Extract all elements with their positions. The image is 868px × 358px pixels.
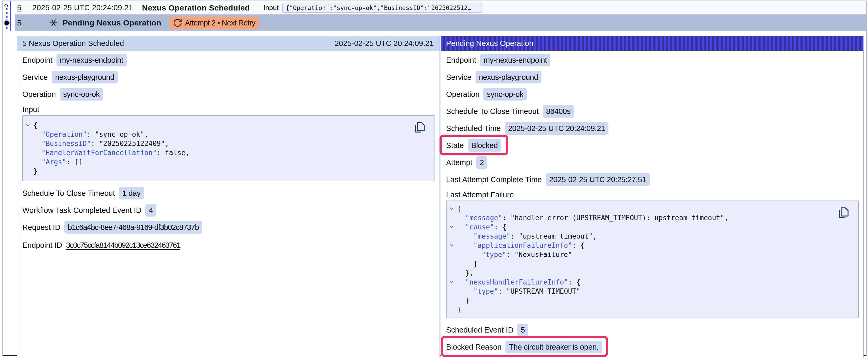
field-pending-endpoint-value: my-nexus-endpoint [480, 54, 551, 66]
right-panel-header: Pending Nexus Operation [441, 36, 863, 51]
event-rows: 5 2025-02-25 UTC 20:24:09.21 Nexus Opera… [15, 1, 866, 31]
field-operation-value: sync-op-ok [60, 88, 103, 100]
event-row-nexus-operation-scheduled[interactable]: 5 2025-02-25 UTC 20:24:09.21 Nexus Opera… [15, 1, 866, 14]
json-text-token: : "handler error (UPSTREAM_TIMEOUT): ups… [502, 214, 728, 222]
json-code-text: } [457, 296, 469, 305]
json-code-text: } [457, 259, 477, 268]
field-pending-service-label: Service [446, 73, 471, 82]
field-attempt-label: Attempt [446, 158, 472, 167]
json-code-line: "applicationFailureInfo": { [450, 241, 852, 250]
collapse-chevron-icon[interactable] [450, 204, 454, 214]
field-blocked-reason-label: Blocked Reason [446, 343, 501, 352]
chevron-spacer [450, 268, 454, 278]
json-code-text: "type": "UPSTREAM_TIMEOUT" [457, 287, 580, 296]
collapse-chevron-icon[interactable] [26, 121, 30, 130]
last-attempt-failure-label: Last Attempt Failure [446, 190, 859, 199]
field-state: State Blocked [446, 139, 859, 152]
failure-copy-icon[interactable] [838, 206, 849, 218]
timeline-hollow-circle[interactable] [4, 4, 8, 7]
chevron-spacer [26, 130, 30, 139]
left-panel-header: 5 Nexus Operation Scheduled 2025-02-25 U… [17, 36, 439, 51]
field-endpoint-label: Endpoint [22, 56, 53, 65]
field-scheduled-event-id-value: 5 [517, 324, 528, 336]
copy-icon[interactable] [414, 121, 426, 133]
json-code-text: "message": "handler error (UPSTREAM_TIME… [457, 214, 728, 223]
endpoint-id-link[interactable]: 3c0c75ccfa8144b092c13ce632463761 [66, 241, 180, 250]
input-json-block: {"Operation": "sync-op-ok","BusinessID":… [22, 115, 435, 182]
field-last-attempt-complete-time-label: Last Attempt Complete Time [446, 175, 542, 184]
json-code-text: "HandlerWaitForCancellation": false, [33, 148, 190, 158]
field-service: Service nexus-playground [22, 71, 435, 84]
json-text-token: { [33, 121, 37, 129]
chevron-spacer [450, 287, 454, 296]
json-code-text: } [457, 305, 461, 315]
temporal-event-history-view: 5 2025-02-25 UTC 20:24:09.21 Nexus Opera… [0, 0, 868, 358]
field-state-value: Blocked [468, 139, 501, 152]
field-endpoint-id: Endpoint ID 3c0c75ccfa8144b092c13ce63246… [22, 239, 435, 252]
json-text-token: : [] [66, 158, 83, 166]
json-code-line: { [26, 121, 428, 130]
collapse-chevron-icon[interactable] [450, 241, 454, 250]
json-code-line: "cause": { [450, 223, 852, 232]
json-code-line: "message": "handler error (UPSTREAM_TIME… [450, 214, 852, 223]
event-history-container: 5 2025-02-25 UTC 20:24:09.21 Nexus Opera… [2, 1, 867, 356]
field-blocked-reason: Blocked Reason The circuit breaker is op… [446, 341, 859, 353]
json-key-token: "applicationFailureInfo" [473, 241, 572, 249]
json-key-token: "Args" [41, 158, 66, 166]
json-code-line: } [26, 167, 428, 176]
chevron-spacer [450, 232, 454, 241]
json-code-line: "Operation": "sync-op-ok", [26, 130, 428, 139]
json-code-line: "Args": [] [26, 158, 428, 167]
chevron-spacer [450, 214, 454, 223]
chevron-spacer [26, 139, 30, 148]
field-pending-service: Service nexus-playground [446, 71, 859, 84]
chevron-spacer [450, 259, 454, 268]
json-text-token: } [465, 297, 469, 304]
field-pending-endpoint-label: Endpoint [446, 56, 476, 65]
timeline-active-bar [10, 1, 11, 31]
left-panel-body: Endpoint my-nexus-endpoint Service nexus… [17, 51, 439, 252]
field-service-label: Service [22, 73, 48, 82]
json-code-text: "BusinessID": "20250225122409", [33, 139, 169, 148]
json-text-token: } [457, 306, 461, 314]
retry-badge-text: Attempt 2 • Next Retry [185, 19, 255, 27]
json-text-token: : "20250225122409", [91, 140, 169, 148]
json-text-token: { [457, 205, 461, 213]
right-panel-title: Pending Nexus Operation [446, 39, 533, 48]
field-workflow-task-completed-event-id: Workflow Task Completed Event ID 4 [22, 204, 435, 217]
event-input-preview-text: {"Operation":"sync-op-ok","BusinessID":"… [286, 4, 471, 11]
field-scheduled-time-value: 2025-02-25 UTC 20:24:09.21 [505, 122, 609, 135]
event-id-link[interactable]: 5 [17, 3, 21, 12]
pending-asterisk-icon [49, 19, 58, 27]
field-scheduled-event-id-label: Scheduled Event ID [446, 326, 513, 334]
timeline-selected-dot[interactable] [4, 21, 9, 25]
field-blocked-reason-value: The circuit breaker is open. [505, 341, 602, 353]
collapse-chevron-icon[interactable] [450, 278, 454, 287]
pending-event-id-link[interactable]: 5 [17, 19, 21, 27]
field-request-id: Request ID b1c6a4bc-8ee7-468a-9169-df3b0… [22, 221, 435, 234]
json-code-line: { [450, 204, 852, 214]
json-key-token: "Operation" [41, 130, 87, 138]
chevron-spacer [450, 305, 454, 315]
event-detail-panels: 5 Nexus Operation Scheduled 2025-02-25 U… [17, 36, 864, 355]
json-code-text: "Operation": "sync-op-ok", [33, 130, 149, 139]
json-text-token: : { [572, 241, 585, 249]
field-operation-label: Operation [22, 90, 56, 99]
json-text-token: } [473, 260, 477, 268]
json-key-token: "nexusHandlerFailureInfo" [465, 278, 568, 286]
field-pending-operation-value: sync-op-ok [484, 88, 527, 100]
event-row-pending-nexus-operation[interactable]: 5 Pending Nexus Operation Attempt 2 • Ne… [15, 14, 866, 31]
field-attempt-value: 2 [476, 156, 487, 169]
json-key-token: "type" [482, 251, 506, 259]
panel-pending-nexus-operation: Pending Nexus Operation Endpoint my-nexu… [440, 36, 864, 358]
json-code-line: "nexusHandlerFailureInfo": { [450, 278, 852, 287]
json-key-token: "BusinessID" [41, 140, 91, 148]
input-block-label: Input [22, 105, 435, 114]
collapse-chevron-icon[interactable] [450, 223, 454, 232]
field-schedule-to-close-timeout: Schedule To Close Timeout 1 day [22, 187, 435, 199]
json-key-token: "cause" [465, 223, 494, 231]
json-code-text: { [457, 204, 461, 214]
field-attempt: Attempt 2 [446, 156, 859, 169]
json-code-line: } [450, 296, 852, 305]
left-panel-title: 5 Nexus Operation Scheduled [22, 39, 124, 48]
